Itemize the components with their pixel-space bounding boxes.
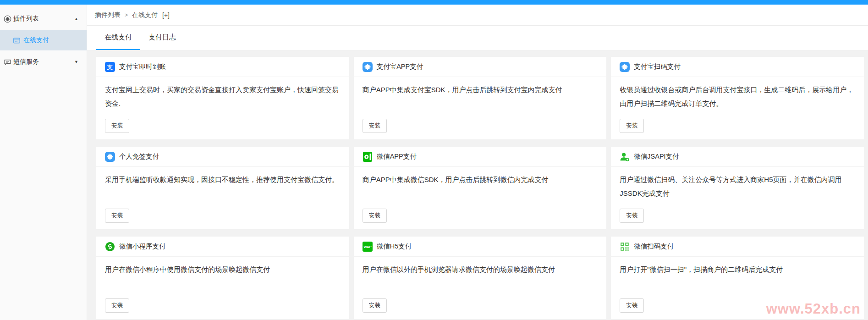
plugin-title: 微信JSAPI支付 <box>634 152 679 161</box>
sidebar-item-online-pay[interactable]: 在线支付 <box>0 30 87 50</box>
plugin-title: 微信扫码支付 <box>634 242 674 251</box>
plugin-card: 微信JSAPI支付 用户通过微信扫码、关注公众号等方式进入商家H5页面，并在微信… <box>611 147 864 229</box>
plugin-title: 支付宝APP支付 <box>377 62 423 71</box>
plugin-description: 收银员通过收银台或商户后台调用支付宝接口，生成二维码后，展示给用户，由用户扫描二… <box>611 77 864 110</box>
plugin-card-header: 个人免签支付 <box>96 147 349 167</box>
sidebar-item-sms-service[interactable]: 短信服务 ▼ <box>0 53 87 71</box>
plugin-card: 微信扫码支付 用户打开"微信扫一扫"，扫描商户的二维码后完成支付 安装 <box>611 237 864 319</box>
puzzle-circle-icon <box>4 15 11 23</box>
puzzle-icon <box>620 62 630 72</box>
tab-label: 在线支付 <box>104 33 132 42</box>
install-button[interactable]: 安装 <box>105 298 129 313</box>
plugin-title: 个人免签支付 <box>119 152 159 161</box>
plugin-title: 支付宝即时到账 <box>119 62 166 71</box>
plugin-card-header: 支 支付宝即时到账 <box>96 57 349 77</box>
sidebar-item-label: 短信服务 <box>13 58 74 66</box>
plugin-title: 微信APP支付 <box>377 152 417 161</box>
plugin-description: 用户打开"微信扫一扫"，扫描商户的二维码后完成支付 <box>611 257 864 276</box>
install-button[interactable]: 安装 <box>620 298 644 313</box>
tab-online-pay[interactable]: 在线支付 <box>96 26 140 50</box>
plugin-title: 微信小程序支付 <box>119 242 166 251</box>
plugin-title: 微信H5支付 <box>377 242 412 251</box>
wechat-app-icon <box>363 152 373 162</box>
puzzle-icon <box>363 62 373 72</box>
content-area: 支 支付宝即时到账 支付宝网上交易时，买家的交易资金直接打入卖家支付宝账户，快速… <box>87 50 868 320</box>
main-area: 插件列表 > 在线支付 [+] 在线支付 支付日志 支 支付宝即时到账 支付宝网… <box>87 5 868 320</box>
plugin-card: 支付宝APP支付 商户APP中集成支付宝SDK，用户点击后跳转到支付宝内完成支付… <box>354 57 607 139</box>
wap-icon: WAP <box>363 242 373 252</box>
plugin-description: 用户在微信小程序中使用微信支付的场景唤起微信支付 <box>96 257 349 276</box>
top-accent-bar <box>0 0 868 5</box>
plugin-description: 商户APP中集成微信SDK，用户点击后跳转到微信内完成支付 <box>354 167 607 187</box>
plugin-card-header: 支付宝扫码支付 <box>611 57 864 77</box>
install-button[interactable]: 安装 <box>363 298 387 313</box>
install-button[interactable]: 安装 <box>363 119 387 133</box>
svg-text:WAP: WAP <box>363 245 371 249</box>
card-icon <box>13 37 21 44</box>
puzzle-icon <box>105 152 115 162</box>
plugin-card: 微信APP支付 商户APP中集成微信SDK，用户点击后跳转到微信内完成支付 安装 <box>354 147 607 229</box>
plugin-description: 用户通过微信扫码、关注公众号等方式进入商家H5页面，并在微信内调用JSSDK完成… <box>611 167 864 200</box>
plugin-description: 采用手机端监听收款通知实现，因接口不稳定性，推荐使用支付宝微信支付。 <box>96 167 349 187</box>
install-button[interactable]: 安装 <box>620 209 644 223</box>
tab-pay-log[interactable]: 支付日志 <box>140 26 184 50</box>
plugin-card: WAP 微信H5支付 用户在微信以外的手机浏览器请求微信支付的场景唤起微信支付 … <box>354 237 607 319</box>
plugin-card: 微信小程序支付 用户在微信小程序中使用微信支付的场景唤起微信支付 安装 <box>96 237 349 319</box>
chevron-down-icon: ▼ <box>74 60 78 64</box>
plugin-card-header: 微信小程序支付 <box>96 237 349 257</box>
breadcrumb-item[interactable]: 插件列表 <box>95 11 121 19</box>
tab-label: 支付日志 <box>148 33 176 42</box>
plugin-card: 支 支付宝即时到账 支付宝网上交易时，买家的交易资金直接打入卖家支付宝账户，快速… <box>96 57 349 139</box>
wechat-user-icon <box>620 152 630 162</box>
plugin-card-header: 微信扫码支付 <box>611 237 864 257</box>
breadcrumb: 插件列表 > 在线支付 [+] <box>87 5 868 26</box>
breadcrumb-separator: > <box>125 12 128 18</box>
app-layout: 插件列表 ▲ 在线支付 短信服务 ▼ 插件列表 > 在线支付 [+] 在线支付 <box>0 5 868 320</box>
breadcrumb-item-current: 在线支付 <box>132 11 158 19</box>
install-button[interactable]: 安装 <box>105 119 129 133</box>
chat-icon <box>4 58 11 66</box>
plugin-card: 支付宝扫码支付 收银员通过收银台或商户后台调用支付宝接口，生成二维码后，展示给用… <box>611 57 864 139</box>
plugin-card: 个人免签支付 采用手机端监听收款通知实现，因接口不稳定性，推荐使用支付宝微信支付… <box>96 147 349 229</box>
svg-text:支: 支 <box>107 64 113 70</box>
install-button[interactable]: 安装 <box>620 119 644 133</box>
plugin-card-header: 支付宝APP支付 <box>354 57 607 77</box>
sidebar-item-label: 插件列表 <box>13 15 74 23</box>
tab-bar: 在线支付 支付日志 <box>87 26 868 50</box>
plugin-card-header: 微信JSAPI支付 <box>611 147 864 167</box>
install-button[interactable]: 安装 <box>363 209 387 223</box>
plugin-title: 支付宝扫码支付 <box>634 62 681 71</box>
card-grid: 支 支付宝即时到账 支付宝网上交易时，买家的交易资金直接打入卖家支付宝账户，快速… <box>87 50 868 319</box>
plugin-description: 用户在微信以外的手机浏览器请求微信支付的场景唤起微信支付 <box>354 257 607 276</box>
plugin-card-header: 微信APP支付 <box>354 147 607 167</box>
sidebar: 插件列表 ▲ 在线支付 短信服务 ▼ <box>0 5 87 320</box>
install-button[interactable]: 安装 <box>105 209 129 223</box>
plugin-description: 商户APP中集成支付宝SDK，用户点击后跳转到支付宝内完成支付 <box>354 77 607 97</box>
sidebar-item-plugin-list[interactable]: 插件列表 ▲ <box>0 10 87 28</box>
chevron-up-icon: ▲ <box>74 17 78 21</box>
alipay-icon: 支 <box>105 62 115 72</box>
qrcode-icon <box>620 242 630 252</box>
miniprogram-icon <box>105 242 115 252</box>
breadcrumb-new-tab-button[interactable]: [+] <box>162 11 170 19</box>
plugin-card-header: WAP 微信H5支付 <box>354 237 607 257</box>
sidebar-item-label: 在线支付 <box>23 36 49 44</box>
plugin-description: 支付宝网上交易时，买家的交易资金直接打入卖家支付宝账户，快速回笼交易资金. <box>96 77 349 110</box>
